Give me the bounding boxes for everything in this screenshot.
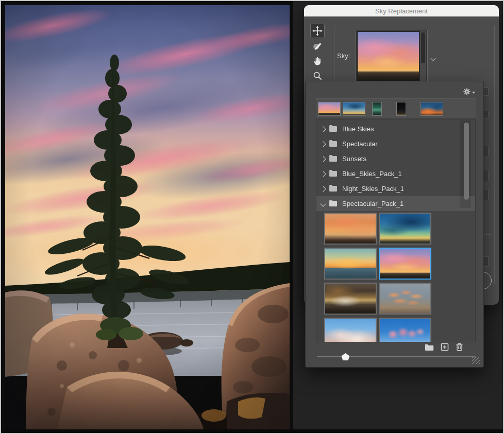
photoshop-window: Sky Replacement	[0, 0, 504, 434]
folder-icon	[329, 186, 337, 192]
sky-preset-golden-ocean-sunset[interactable]	[324, 248, 377, 280]
folder-row-Sunsets[interactable]: Sunsets	[316, 151, 475, 166]
recent-sky-dramatic-sunset[interactable]	[421, 102, 443, 116]
thumbnail-size-slider[interactable]	[317, 353, 476, 361]
move-tool-button[interactable]	[310, 24, 325, 38]
folder-icon	[329, 141, 337, 147]
chevron-down-icon[interactable]	[320, 201, 326, 206]
chevron-down-icon[interactable]	[431, 53, 435, 62]
folder-row-Night_Skies_Pack_1[interactable]: Night_Skies_Pack_1	[316, 181, 475, 196]
folder-label: Blue_Skies_Pack_1	[342, 170, 402, 178]
sky-preset-dark-dramatic-clouds[interactable]	[324, 283, 377, 315]
selected-sky-thumbnail[interactable]	[357, 31, 419, 81]
sky-brush-tool-button[interactable]	[310, 39, 325, 53]
photo-illustration	[5, 5, 290, 431]
zoom-icon	[312, 70, 323, 81]
folder-label: Sunsets	[342, 155, 366, 163]
panel-resize-grip[interactable]	[472, 357, 480, 364]
move-icon	[312, 25, 323, 37]
sky-preview-dropdown[interactable]	[356, 30, 428, 83]
folder-icon	[329, 126, 337, 132]
sky-presets-panel: Blue SkiesSpectacularSunsetsBlue_Skies_P…	[305, 81, 484, 368]
dialog-title: Sky Replacement	[375, 7, 428, 15]
new-folder-button[interactable]	[425, 343, 434, 353]
folder-row-Spectacular[interactable]: Spectacular	[316, 136, 475, 151]
list-scrollbar-thumb[interactable]	[464, 123, 469, 200]
folder-icon	[329, 171, 337, 177]
chevron-right-icon[interactable]	[320, 171, 326, 177]
folder-row-Blue Skies[interactable]: Blue Skies	[316, 121, 475, 136]
folder-label: Spectacular_Pack_1	[342, 200, 404, 207]
chevron-right-icon[interactable]	[320, 156, 326, 162]
dialog-toolbar	[310, 24, 325, 83]
sky-preset-pier-sunset[interactable]	[324, 213, 377, 245]
sky-preset-scattered-lit-clouds[interactable]	[379, 283, 431, 315]
sky-brush-icon	[312, 40, 323, 51]
recent-sky-pink-sunset[interactable]	[318, 102, 341, 116]
folder-label: Blue Skies	[342, 125, 374, 133]
panel-menu-button[interactable]	[463, 88, 475, 95]
canvas-photo	[5, 5, 290, 431]
preview-scrollbar-thumb[interactable]	[421, 32, 425, 63]
slider-thumb[interactable]	[341, 353, 349, 360]
add-sky-button[interactable]	[441, 343, 449, 353]
panel-footer-actions	[425, 343, 470, 353]
chevron-right-icon[interactable]	[320, 186, 326, 192]
slider-track[interactable]	[317, 356, 476, 357]
folder-label: Spectacular	[342, 140, 378, 148]
sky-thumbnail-grid	[324, 213, 443, 342]
folder-rows: Blue SkiesSpectacularSunsetsBlue_Skies_P…	[316, 121, 475, 211]
chevron-right-icon[interactable]	[320, 141, 326, 147]
sky-preset-teal-storm-clouds[interactable]	[379, 213, 431, 245]
folder-row-Spectacular_Pack_1[interactable]: Spectacular_Pack_1	[316, 196, 475, 211]
recent-sky-blue-dusk[interactable]	[343, 102, 365, 116]
folder-row-Blue_Skies_Pack_1[interactable]: Blue_Skies_Pack_1	[316, 166, 475, 181]
new-folder-icon	[425, 343, 434, 351]
chevron-right-icon[interactable]	[320, 126, 326, 132]
plus-square-icon	[441, 343, 449, 351]
preview-scrollbar[interactable]	[420, 31, 426, 81]
recent-sky-night-sky[interactable]	[396, 102, 406, 116]
gear-icon	[463, 88, 471, 95]
hand-tool-button[interactable]	[310, 54, 325, 68]
folder-icon	[329, 156, 337, 162]
sky-folder-list: Blue SkiesSpectacularSunsetsBlue_Skies_P…	[316, 119, 476, 342]
canvas-bottom-edge	[1, 429, 503, 433]
hand-icon	[312, 55, 323, 66]
folder-icon	[329, 201, 337, 206]
sky-preset-blue-sky-pink-clouds[interactable]	[379, 318, 431, 342]
sky-preset-pink-sunset-beach-selected[interactable]	[379, 248, 431, 280]
trash-icon	[456, 343, 463, 351]
chevron-down-icon	[472, 92, 475, 94]
delete-sky-button[interactable]	[456, 343, 463, 353]
folder-label: Night_Skies_Pack_1	[342, 185, 404, 193]
sky-preset-soft-pink-cumulus[interactable]	[324, 318, 377, 342]
recent-sky-aurora[interactable]	[372, 102, 382, 116]
recent-skies-row	[316, 98, 476, 119]
dialog-titlebar[interactable]: Sky Replacement	[304, 5, 499, 16]
sky-field-label: Sky:	[337, 52, 350, 60]
